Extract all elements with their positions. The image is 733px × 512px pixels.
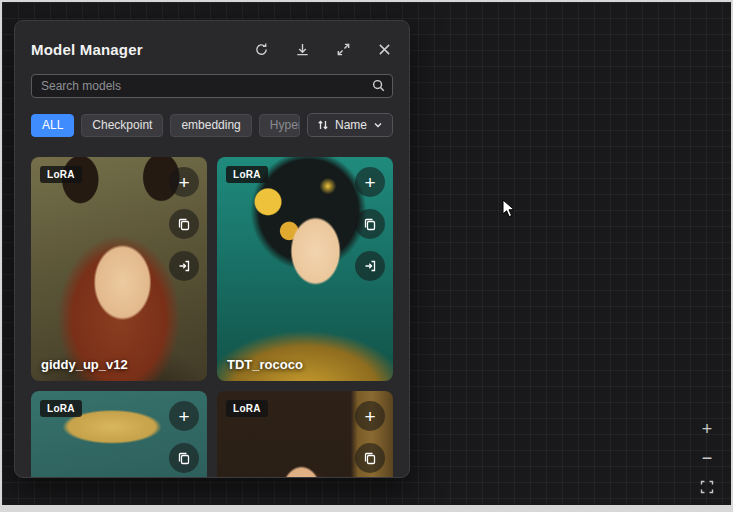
download-icon[interactable]	[293, 40, 311, 58]
node-editor-canvas[interactable]: Model Manager	[2, 2, 731, 505]
filter-chip-all[interactable]: ALL	[31, 114, 74, 137]
add-model-button[interactable]: +	[169, 401, 199, 431]
zoom-out-button[interactable]: −	[697, 448, 717, 468]
filter-chip-embedding[interactable]: embedding	[170, 114, 251, 137]
add-model-button[interactable]: +	[169, 167, 199, 197]
model-type-badge: LoRA	[226, 400, 268, 417]
model-card-grid: LoRA + giddy_up_v12 LoRA +	[31, 157, 393, 478]
model-type-badge: LoRA	[40, 166, 82, 183]
expand-icon[interactable]	[334, 40, 352, 58]
model-type-badge: LoRA	[40, 400, 82, 417]
fit-view-icon[interactable]	[697, 477, 717, 497]
copy-icon[interactable]	[355, 209, 385, 239]
copy-icon[interactable]	[169, 443, 199, 473]
model-card-giddy-up-v12[interactable]: LoRA + giddy_up_v12	[31, 157, 207, 381]
filter-row: ALL Checkpoint embedding Hypernetwork Na…	[31, 113, 393, 137]
add-model-button[interactable]: +	[355, 167, 385, 197]
load-workflow-icon[interactable]	[169, 251, 199, 281]
search-input[interactable]	[31, 74, 393, 98]
sort-dropdown[interactable]: Name	[307, 113, 393, 137]
filter-chip-hypernetwork[interactable]: Hypernetwork	[259, 114, 300, 137]
copy-icon[interactable]	[169, 209, 199, 239]
model-card[interactable]: LoRA +	[31, 391, 207, 478]
copy-icon[interactable]	[355, 443, 385, 473]
model-card[interactable]: LoRA +	[217, 391, 393, 478]
model-name: TDT_rococo	[227, 357, 303, 372]
filter-chip-checkpoint[interactable]: Checkpoint	[81, 114, 163, 137]
model-card-tdt-rococo[interactable]: LoRA + TDT_rococo	[217, 157, 393, 381]
sort-label: Name	[335, 118, 367, 132]
mouse-cursor	[502, 199, 516, 223]
load-workflow-icon[interactable]	[355, 251, 385, 281]
panel-title: Model Manager	[31, 41, 143, 58]
zoom-in-button[interactable]: +	[697, 419, 717, 439]
model-manager-panel: Model Manager	[14, 20, 410, 478]
canvas-zoom-controls: + −	[697, 419, 717, 497]
search-icon	[371, 78, 386, 97]
model-type-badge: LoRA	[226, 166, 268, 183]
search-bar	[31, 74, 393, 98]
refresh-icon[interactable]	[252, 40, 270, 58]
add-model-button[interactable]: +	[355, 401, 385, 431]
model-name: giddy_up_v12	[41, 357, 128, 372]
panel-toolbar	[252, 40, 393, 58]
close-icon[interactable]	[375, 40, 393, 58]
chevron-down-icon	[373, 120, 383, 130]
sort-arrows-icon	[317, 119, 329, 131]
panel-header: Model Manager	[31, 37, 393, 61]
